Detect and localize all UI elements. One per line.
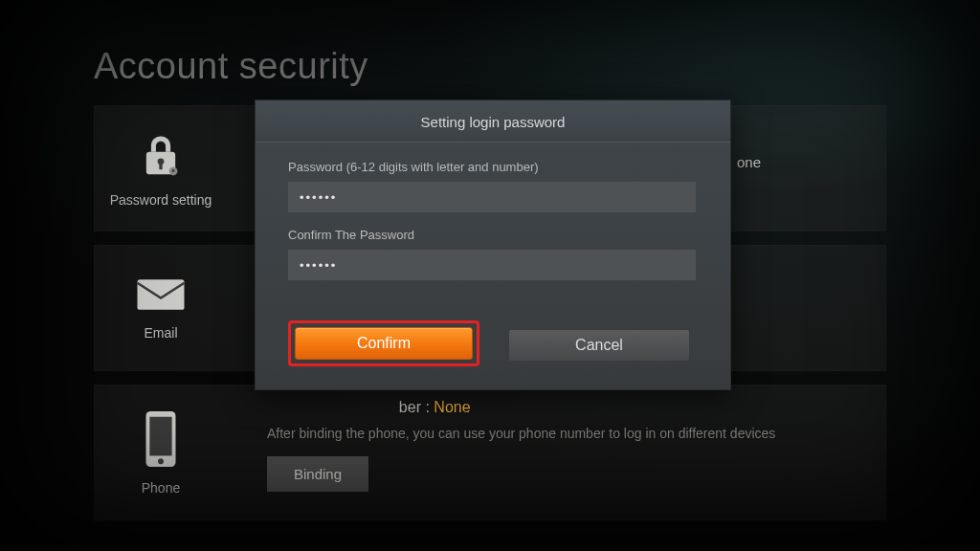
binding-button[interactable]: Binding <box>267 456 368 492</box>
password-input[interactable] <box>288 182 696 212</box>
sidebar-item-email[interactable]: Email <box>95 246 227 370</box>
lock-gear-icon <box>135 129 187 181</box>
panel-password-fragment: one <box>737 154 761 170</box>
sidebar-item-label: Phone <box>142 480 180 496</box>
page-title: Account security <box>94 46 368 87</box>
confirm-password-input[interactable] <box>288 250 696 280</box>
phone-desc: After binding the phone, you can use you… <box>267 426 862 441</box>
confirm-password-label: Confirm The Password <box>288 228 698 242</box>
envelope-icon <box>134 276 188 314</box>
svg-point-4 <box>172 169 175 172</box>
confirm-button[interactable]: Confirm <box>295 327 473 360</box>
phone-header-suffix: ber : <box>399 399 430 415</box>
password-label: Password (6-12 digits with letter and nu… <box>288 160 698 174</box>
svg-rect-7 <box>149 417 171 456</box>
svg-rect-5 <box>138 279 185 310</box>
sidebar-item-phone[interactable]: Phone <box>95 386 227 519</box>
modal-title: Setting login password <box>256 100 730 143</box>
password-modal: Setting login password Password (6-12 di… <box>255 99 731 390</box>
svg-rect-2 <box>159 163 162 169</box>
cancel-button[interactable]: Cancel <box>508 329 690 362</box>
confirm-highlight: Confirm <box>288 320 479 366</box>
sidebar-item-label: Email <box>144 325 177 341</box>
svg-point-8 <box>158 458 164 464</box>
phone-value: None <box>434 399 470 415</box>
phone-icon <box>142 409 180 469</box>
sidebar-item-password[interactable]: Password setting <box>95 106 227 231</box>
sidebar-item-label: Password setting <box>110 192 212 208</box>
panel-phone: Phone Current phone number : None After … <box>94 385 886 520</box>
